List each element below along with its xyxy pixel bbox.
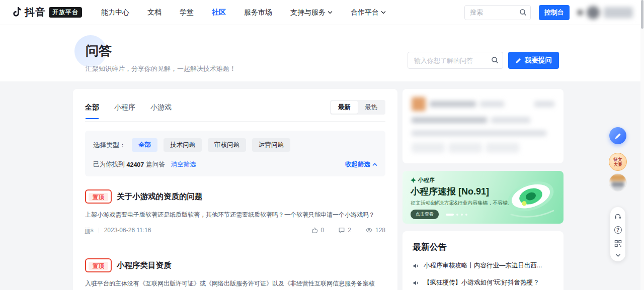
nav-item-community[interactable]: 社区 [212, 8, 226, 17]
collapse-filter-link[interactable]: 收起筛选 [345, 160, 377, 169]
nav-item-support-label: 支持与服务 [290, 8, 326, 17]
qr-code-icon[interactable] [614, 240, 622, 247]
avatar-circle [587, 6, 600, 19]
sort-hottest[interactable]: 最热 [358, 101, 384, 114]
annotation-box: 置顶 [85, 189, 112, 204]
top-nav: 抖音 开放平台 能力中心 文档 学堂 社区 服务市场 支持与服务 合作平台 控制… [0, 0, 644, 25]
announcement-item[interactable]: 【疯狂梗传】小游戏如何'玩'好抖音热梗？ [413, 278, 553, 287]
question-title[interactable]: 关于小游戏的资质的问题 [117, 191, 203, 202]
speaker-icon [413, 279, 420, 286]
help-icon[interactable]: ? [614, 226, 622, 234]
collapse-filter-label: 收起筛选 [345, 160, 370, 169]
write-post-fab[interactable] [609, 127, 626, 144]
chevron-down-icon [381, 11, 386, 14]
view-count: 128 [365, 227, 385, 234]
question-body: 入驻平台的主体没有《互联网出版许可证》或《网络出版服务许可证》以及《非经营性互联… [85, 278, 385, 290]
sort-newest[interactable]: 最新 [331, 101, 358, 114]
user-avatar[interactable] [578, 6, 633, 19]
brand-badge: 开放平台 [49, 7, 82, 18]
question-author[interactable]: jjjjs [85, 227, 94, 234]
announcement-item[interactable]: 小程序审核攻略丨内容行业—东边日出西... [413, 261, 553, 270]
question-meta: jjjjs 2023-06-26 11:16 0 2 128 [85, 227, 385, 234]
page-subtitle: 汇聚知识碎片，分享你的见解，一起解决技术难题！ [86, 64, 236, 73]
nav-item-partner-label: 合作平台 [351, 8, 379, 17]
view-count-value: 128 [375, 227, 385, 234]
chevron-down-icon [328, 11, 333, 14]
tab-all[interactable]: 全部 [85, 103, 99, 112]
ask-question-button[interactable]: 我要提问 [508, 52, 559, 69]
filter-chip-operation[interactable]: 运营问题 [252, 138, 290, 152]
console-button[interactable]: 控制台 [539, 5, 570, 20]
brand-logo[interactable]: 抖音 开放平台 [11, 6, 82, 19]
sort-toggle: 最新 最热 [330, 100, 385, 115]
filter-chip-tech[interactable]: 技术问题 [164, 138, 202, 152]
tab-minigame[interactable]: 小游戏 [150, 103, 172, 112]
pencil-icon [515, 57, 522, 64]
case-badge[interactable] [609, 173, 627, 191]
thumbs-up-icon [311, 227, 318, 234]
avatar-name-blur [604, 7, 633, 18]
search-icon[interactable] [491, 56, 499, 64]
filter-chip-all[interactable]: 全部 [132, 138, 157, 152]
result-count-prefix: 已为你找到 [93, 160, 125, 169]
essay-contest-badge[interactable]: 征文大赛 [609, 153, 627, 171]
clear-filter-link[interactable]: 清空筛选 [171, 160, 196, 169]
brand-name: 抖音 [25, 6, 46, 19]
nav-item-service-market[interactable]: 服务市场 [244, 8, 272, 17]
comment-icon [338, 227, 345, 234]
filter-type-label: 选择类型： [93, 141, 126, 150]
banner-brand: 小程序 [411, 176, 435, 184]
page-title: 问答 [86, 42, 112, 60]
douyin-note-icon [11, 7, 22, 18]
like-count: 0 [311, 227, 325, 234]
tab-miniapp[interactable]: 小程序 [114, 103, 135, 112]
ask-search-input[interactable] [408, 52, 503, 69]
nav-item-support[interactable]: 支持与服务 [290, 8, 333, 17]
nav-item-docs[interactable]: 文档 [147, 8, 162, 17]
filter-chip-review[interactable]: 审核问题 [208, 138, 246, 152]
ask-question-label: 我要提问 [525, 56, 552, 65]
like-count-value: 0 [321, 227, 325, 234]
question-title[interactable]: 小程序类目资质 [117, 260, 172, 271]
eye-illustration [500, 173, 561, 222]
question-item: 置顶 小程序类目资质 入驻平台的主体没有《互联网出版许可证》或《网络出版服务许可… [85, 245, 385, 290]
pinned-badge: 置顶 [89, 193, 108, 201]
announcement-text: 【疯狂梗传】小游戏如何'玩'好抖音热梗？ [424, 278, 553, 287]
question-body: 上架小游戏需要电子版软著还是纸质版软著，其他环节还需要纸质软著吗？一个软著只能申… [85, 210, 385, 220]
banner-brand-label: 小程序 [418, 176, 435, 184]
nav-search [464, 5, 531, 20]
customer-service-icon[interactable] [614, 212, 622, 220]
announcements-card: 最新公告 小程序审核攻略丨内容行业—东边日出西... 【疯狂梗传】小游戏如何'玩… [403, 231, 564, 290]
announcement-text: 小程序审核攻略丨内容行业—东边日出西... [424, 261, 553, 270]
result-count-suffix: 篇问答 [146, 160, 165, 169]
search-icon[interactable] [519, 9, 527, 16]
blurred-content [403, 89, 564, 161]
comment-count: 2 [338, 227, 351, 234]
comment-count-value: 2 [348, 227, 351, 234]
chevron-down-icon[interactable] [615, 253, 621, 257]
floating-toolbar: ? [610, 207, 625, 261]
pinned-badge: 置顶 [89, 262, 108, 270]
carousel-dots[interactable] [446, 214, 467, 216]
banner-cta-button[interactable]: 点击查看 [411, 210, 439, 219]
question-item: 置顶 关于小游戏的资质的问题 上架小游戏需要电子版软著还是纸质版软著，其他环节还… [85, 176, 385, 245]
question-date: 2023-06-26 11:16 [104, 227, 151, 234]
speaker-icon [413, 262, 420, 269]
scrollbar-track[interactable] [640, 0, 644, 290]
scrollbar-thumb[interactable] [641, 0, 643, 29]
pencil-icon [614, 132, 622, 140]
qa-list-card: 全部 小程序 小游戏 最新 最热 选择类型： 全部 技术问题 审核问题 运营问题… [73, 89, 397, 290]
eye-icon [365, 227, 373, 234]
nav-item-capability[interactable]: 能力中心 [101, 8, 129, 17]
sidebar-profile-card[interactable] [403, 89, 564, 163]
miniapp-express-banner[interactable]: 小程序 小程序速报 [No.91] 征文活动&解决方案&行业内容集锦，不容错过！… [403, 171, 564, 224]
hero-banner: 问答 汇聚知识碎片，分享你的见解，一起解决技术难题！ 我要提问 [0, 25, 644, 81]
filter-panel: 选择类型： 全部 技术问题 审核问题 运营问题 已为你找到 42407 篇问答 … [85, 131, 385, 176]
ask-search [408, 52, 503, 69]
nav-item-academy[interactable]: 学堂 [180, 8, 194, 17]
blurred-badge-content [609, 174, 626, 191]
nav-item-partner[interactable]: 合作平台 [351, 8, 386, 17]
avatar-dot [578, 10, 583, 15]
main-nav: 能力中心 文档 学堂 社区 服务市场 支持与服务 合作平台 [101, 8, 386, 17]
essay-contest-label: 征文大赛 [612, 157, 623, 167]
